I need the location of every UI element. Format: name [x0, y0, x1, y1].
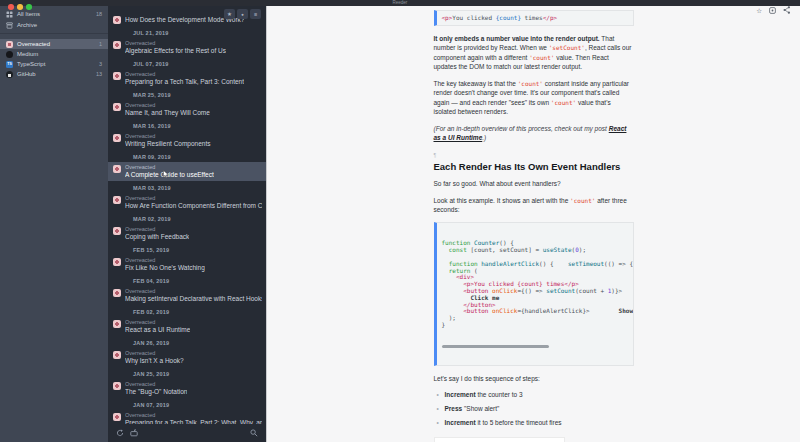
- typescript-favicon: TS: [6, 61, 13, 68]
- sidebar-item-typescript[interactable]: TS TypeScript 3: [0, 59, 108, 69]
- list-step: Increment it to 5 before the timeout fir…: [437, 418, 634, 428]
- sidebar-item-github[interactable]: GitHub 13: [0, 69, 108, 79]
- feed-label: Medium: [17, 51, 38, 57]
- unread-count: 13: [96, 71, 102, 77]
- article-list-pane: ★ ● ≡ How Does the Development Mode Work…: [108, 0, 266, 442]
- article-body: <p>You clicked {count} times</p> It only…: [434, 0, 634, 442]
- app-window: Reeder All Items 18 Archive Overreacted …: [0, 0, 800, 442]
- item-title: React as a UI Runtime: [125, 326, 190, 334]
- medium-favicon: [6, 51, 13, 58]
- list-item[interactable]: OverreactedName It, and They Will Come: [108, 100, 266, 119]
- search-icon[interactable]: [250, 429, 258, 437]
- item-feed-name: Overreacted: [125, 71, 244, 78]
- item-feed-name: Overreacted: [125, 319, 190, 326]
- article-list: How Does the Development Mode Work?JUL 2…: [108, 13, 266, 429]
- overreacted-favicon: [113, 289, 121, 297]
- date-header: FEB 04, 2019: [108, 274, 266, 286]
- share-icon[interactable]: [783, 6, 791, 14]
- list-icon: ≡: [254, 11, 257, 17]
- zoom-button[interactable]: [26, 4, 32, 10]
- item-feed-name: Overreacted: [125, 257, 205, 264]
- overreacted-favicon: [113, 227, 121, 235]
- date-header: JAN 07, 2019: [108, 398, 266, 410]
- window-title: Reeder: [0, 0, 800, 6]
- list-item[interactable]: OverreactedMaking setInterval Declarativ…: [108, 286, 266, 305]
- item-title: Fix Like No One's Watching: [125, 264, 205, 272]
- date-header: MAR 16, 2019: [108, 119, 266, 131]
- item-title: How Are Function Components Different fr…: [125, 202, 262, 210]
- filter-starred-button[interactable]: ★: [224, 9, 235, 19]
- date-header: JUL 07, 2019: [108, 57, 266, 69]
- star-icon: ★: [227, 11, 232, 17]
- list-item[interactable]: OverreactedAlgebraic Effects for the Res…: [108, 38, 266, 57]
- item-feed-name: Overreacted: [125, 40, 226, 47]
- feeds-sidebar: All Items 18 Archive Overreacted 1 Mediu…: [0, 0, 108, 442]
- sidebar-bottom-bar: [0, 424, 108, 442]
- list-item[interactable]: OverreactedCoping with Feedback: [108, 224, 266, 243]
- date-header: FEB 15, 2019: [108, 243, 266, 255]
- item-title: A Complete Guide to useEffect: [125, 171, 214, 179]
- feed-label: GitHub: [17, 71, 36, 77]
- demo-screenshot-image: You clicked 5 times Click me Show alert: [434, 437, 565, 442]
- traffic-lights: [8, 4, 32, 10]
- item-feed-name: Overreacted: [125, 133, 211, 140]
- list-step: Increment the counter to 3: [437, 390, 634, 400]
- overreacted-favicon: [113, 103, 121, 111]
- list-bottom-bar: [108, 424, 266, 442]
- list-item[interactable]: OverreactedPreparing for a Tech Talk, Pa…: [108, 69, 266, 88]
- item-title: Algebraic Effects for the Rest of Us: [125, 47, 226, 55]
- paragraph: Look at this example. It shows an alert …: [434, 196, 634, 215]
- sidebar-item-label: All Items: [17, 11, 40, 17]
- paragraph-note: (For an in-depth overview of this proces…: [434, 124, 634, 143]
- filter-all-button[interactable]: ≡: [250, 9, 261, 19]
- feed-label: Overreacted: [17, 41, 50, 47]
- code-block-counter: function Counter() { const [count, setCo…: [434, 222, 634, 366]
- mailbox-icon[interactable]: [130, 429, 138, 437]
- github-favicon: [6, 71, 13, 78]
- archive-icon: [6, 22, 13, 29]
- overreacted-favicon: [113, 196, 121, 204]
- list-item[interactable]: OverreactedHow Are Function Components D…: [108, 193, 266, 212]
- item-feed-name: Overreacted: [125, 288, 262, 295]
- sidebar-item-label: Archive: [17, 22, 37, 28]
- grid-icon: [6, 11, 13, 18]
- sidebar-item-medium[interactable]: Medium: [0, 49, 108, 59]
- date-header: JUL 21, 2019: [108, 26, 266, 38]
- paragraph: It only embeds a number value into the r…: [434, 34, 634, 72]
- item-feed-name: Overreacted: [125, 195, 262, 202]
- item-title: Name It, and They Will Come: [125, 109, 210, 117]
- list-item[interactable]: OverreactedA Complete Guide to useEffect: [108, 162, 266, 181]
- list-item[interactable]: OverreactedThe "Bug-O" Notation: [108, 379, 266, 398]
- mouse-cursor-icon: [163, 164, 169, 182]
- sidebar-item-overreacted[interactable]: Overreacted 1: [0, 39, 108, 49]
- date-header: MAR 09, 2019: [108, 150, 266, 162]
- sidebar-item-all-items[interactable]: All Items 18: [0, 9, 108, 19]
- filter-unread-button[interactable]: ●: [237, 9, 248, 19]
- refresh-icon[interactable]: [116, 429, 124, 437]
- item-title: Writing Resilient Components: [125, 140, 211, 148]
- article-toolbar: ☆: [756, 6, 791, 14]
- item-feed-name: Overreacted: [125, 164, 214, 171]
- date-header: MAR 03, 2019: [108, 181, 266, 193]
- code-horizontal-scrollbar[interactable]: [442, 345, 628, 348]
- sidebar-item-archive[interactable]: Archive: [0, 20, 108, 30]
- list-item[interactable]: OverreactedWhy Isn't X a Hook?: [108, 348, 266, 367]
- item-feed-name: Overreacted: [125, 412, 262, 419]
- article-content-pane: ☆ <p>You clicked {count} times</p> It on…: [266, 0, 800, 442]
- star-icon[interactable]: ☆: [756, 7, 762, 14]
- list-step: Press "Show alert": [437, 404, 634, 414]
- titlebar: Reeder: [0, 0, 800, 6]
- list-item[interactable]: OverreactedFix Like No One's Watching: [108, 255, 266, 274]
- item-title: Making setInterval Declarative with Reac…: [125, 295, 262, 303]
- item-feed-name: Overreacted: [125, 226, 189, 233]
- list-item[interactable]: OverreactedWriting Resilient Components: [108, 131, 266, 150]
- feed-label: TypeScript: [17, 61, 45, 67]
- close-button[interactable]: [8, 4, 14, 10]
- steps-list: Increment the counter to 3 Press "Show a…: [434, 390, 634, 428]
- list-item[interactable]: OverreactedReact as a UI Runtime: [108, 317, 266, 336]
- browser-icon[interactable]: [769, 7, 776, 14]
- list-filter-toolbar: ★ ● ≡: [224, 9, 261, 19]
- minimize-button[interactable]: [17, 4, 23, 10]
- item-feed-name: Overreacted: [125, 102, 210, 109]
- overreacted-favicon: [113, 413, 121, 421]
